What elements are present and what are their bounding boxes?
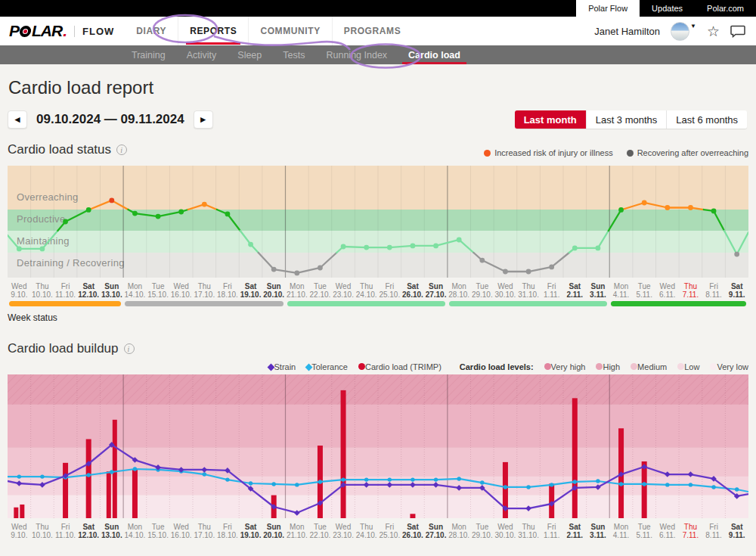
trimp-bar[interactable] (20, 505, 24, 518)
tolerance-point[interactable] (40, 474, 44, 478)
topbar-link-polar-com[interactable]: Polar.com (695, 0, 756, 17)
tolerance-point[interactable] (526, 485, 530, 489)
tolerance-point[interactable] (550, 483, 553, 486)
status-point[interactable] (549, 265, 554, 270)
status-point[interactable] (132, 211, 138, 216)
trimp-bar[interactable] (63, 463, 68, 518)
tolerance-point[interactable] (665, 483, 669, 486)
tolerance-point[interactable] (225, 477, 229, 481)
tolerance-point[interactable] (689, 483, 692, 486)
subnav-item-sleep[interactable]: Sleep (227, 45, 272, 64)
tolerance-point[interactable] (434, 477, 438, 481)
status-point[interactable] (688, 205, 693, 210)
status-point[interactable] (341, 244, 346, 250)
status-point[interactable] (17, 247, 22, 252)
favorites-button[interactable]: ☆ (707, 24, 720, 39)
status-point[interactable] (596, 246, 601, 251)
status-point[interactable] (457, 238, 462, 243)
tolerance-point[interactable] (295, 483, 299, 486)
trimp-bar[interactable] (642, 461, 647, 518)
status-point[interactable] (387, 245, 392, 250)
status-point[interactable] (433, 244, 438, 249)
tolerance-point[interactable] (110, 470, 113, 474)
avatar[interactable] (671, 22, 689, 41)
status-point[interactable] (318, 266, 323, 271)
tolerance-point[interactable] (457, 477, 460, 480)
status-point[interactable] (364, 245, 369, 250)
nav-item-reports[interactable]: REPORTS (178, 17, 248, 45)
trimp-bar[interactable] (572, 398, 578, 518)
range-button-last-6-months[interactable]: Last 6 months (666, 110, 747, 129)
tolerance-point[interactable] (203, 472, 206, 476)
trimp-bar[interactable] (341, 390, 346, 518)
range-button-last-3-months[interactable]: Last 3 months (586, 110, 667, 129)
topbar-link-polar-flow[interactable]: Polar Flow (576, 0, 640, 17)
status-point[interactable] (202, 202, 207, 207)
status-point[interactable] (40, 247, 45, 252)
status-point[interactable] (411, 244, 416, 249)
user-name[interactable]: Janet Hamilton (594, 26, 660, 37)
tolerance-point[interactable] (133, 467, 137, 471)
tolerance-point[interactable] (17, 474, 21, 478)
status-point[interactable] (271, 267, 277, 272)
trimp-bar[interactable] (132, 469, 138, 518)
subnav-item-cardio-load[interactable]: Cardio load (398, 45, 471, 64)
range-button-last-month[interactable]: Last month (515, 110, 586, 129)
tolerance-point[interactable] (341, 477, 345, 481)
status-point[interactable] (526, 269, 531, 275)
tolerance-point[interactable] (596, 479, 600, 483)
axis-dow: Sat (239, 282, 262, 290)
topbar-link-updates[interactable]: Updates (640, 0, 695, 17)
status-point[interactable] (225, 212, 231, 217)
status-point[interactable] (711, 209, 717, 214)
subnav-item-training[interactable]: Training (121, 45, 176, 64)
tolerance-point[interactable] (318, 480, 322, 483)
tolerance-point[interactable] (249, 481, 253, 485)
status-point[interactable] (618, 207, 624, 213)
status-point[interactable] (665, 205, 670, 210)
tolerance-point[interactable] (711, 485, 715, 489)
trimp-bar[interactable] (113, 420, 117, 518)
polar-logo[interactable]: PLAR. FLOW (9, 22, 114, 40)
week-status-bar (125, 301, 283, 306)
status-point[interactable] (479, 258, 485, 263)
status-point[interactable] (642, 200, 647, 206)
user-menu[interactable]: ▼ (671, 22, 696, 41)
subnav-item-activity[interactable]: Activity (176, 45, 228, 64)
tolerance-point[interactable] (573, 480, 577, 483)
tolerance-point[interactable] (735, 487, 739, 491)
trimp-bar[interactable] (410, 514, 415, 518)
status-point[interactable] (178, 210, 184, 215)
nav-item-programs[interactable]: PROGRAMS (332, 17, 412, 45)
tolerance-point[interactable] (619, 482, 623, 486)
tolerance-point[interactable] (642, 482, 646, 486)
info-icon[interactable]: i (116, 144, 127, 155)
prev-period-button[interactable]: ◄ (8, 110, 27, 129)
tolerance-point[interactable] (271, 482, 275, 486)
trimp-bar[interactable] (86, 440, 91, 519)
nav-item-community[interactable]: COMMUNITY (248, 17, 331, 45)
tolerance-point[interactable] (503, 485, 507, 489)
next-period-button[interactable]: ► (194, 110, 213, 129)
tolerance-point[interactable] (86, 473, 90, 477)
subnav-item-running-index[interactable]: Running Index (315, 45, 398, 64)
status-point[interactable] (248, 242, 253, 247)
status-point[interactable] (734, 252, 739, 257)
trimp-bar[interactable] (107, 471, 111, 518)
status-point[interactable] (86, 207, 91, 213)
status-point[interactable] (294, 271, 299, 276)
tolerance-point[interactable] (388, 477, 392, 481)
info-icon[interactable]: i (124, 343, 135, 354)
trimp-bar[interactable] (14, 508, 18, 518)
tolerance-point[interactable] (411, 477, 414, 481)
status-point[interactable] (63, 219, 68, 225)
nav-item-diary[interactable]: DIARY (125, 17, 178, 45)
status-point[interactable] (156, 214, 161, 219)
feedback-button[interactable] (730, 25, 745, 38)
status-point[interactable] (572, 246, 578, 251)
status-point[interactable] (109, 197, 114, 203)
tolerance-point[interactable] (364, 477, 368, 481)
subnav-item-tests[interactable]: Tests (272, 45, 315, 64)
tolerance-point[interactable] (480, 480, 484, 484)
status-point[interactable] (503, 269, 508, 275)
